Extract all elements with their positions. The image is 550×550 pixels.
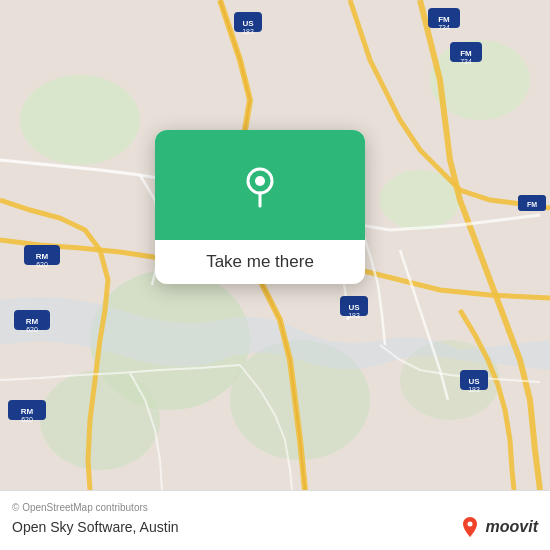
svg-point-35 xyxy=(255,176,265,186)
svg-text:FM: FM xyxy=(527,201,537,208)
svg-text:FM: FM xyxy=(438,15,450,24)
svg-point-5 xyxy=(40,370,160,470)
svg-text:US: US xyxy=(348,303,360,312)
svg-text:RM: RM xyxy=(26,317,39,326)
svg-text:RM: RM xyxy=(36,252,49,261)
svg-text:620: 620 xyxy=(26,326,38,333)
svg-text:FM: FM xyxy=(460,49,472,58)
card-green-background xyxy=(155,130,365,240)
svg-text:RM: RM xyxy=(21,407,34,416)
action-card: Take me there xyxy=(155,130,365,284)
svg-text:734: 734 xyxy=(438,24,450,31)
svg-text:183: 183 xyxy=(348,312,360,319)
svg-point-1 xyxy=(20,75,140,165)
take-me-there-button[interactable]: Take me there xyxy=(171,252,349,272)
svg-text:183: 183 xyxy=(242,28,254,35)
svg-text:US: US xyxy=(468,377,480,386)
svg-text:183: 183 xyxy=(468,386,480,393)
card-label-area[interactable]: Take me there xyxy=(155,240,365,284)
svg-text:620: 620 xyxy=(36,261,48,268)
svg-text:734: 734 xyxy=(460,58,472,65)
location-pin-icon xyxy=(236,161,284,209)
svg-text:US: US xyxy=(242,19,254,28)
moovit-logo: moovit xyxy=(458,515,538,539)
svg-point-36 xyxy=(467,522,472,527)
bottom-info-row: Open Sky Software, Austin moovit xyxy=(12,515,538,539)
copyright-text: © OpenStreetMap contributors xyxy=(12,502,538,513)
svg-text:620: 620 xyxy=(21,416,33,423)
moovit-brand-text: moovit xyxy=(486,518,538,536)
bottom-bar: © OpenStreetMap contributors Open Sky So… xyxy=(0,490,550,550)
location-label: Open Sky Software, Austin xyxy=(12,519,179,535)
moovit-pin-icon xyxy=(458,515,482,539)
